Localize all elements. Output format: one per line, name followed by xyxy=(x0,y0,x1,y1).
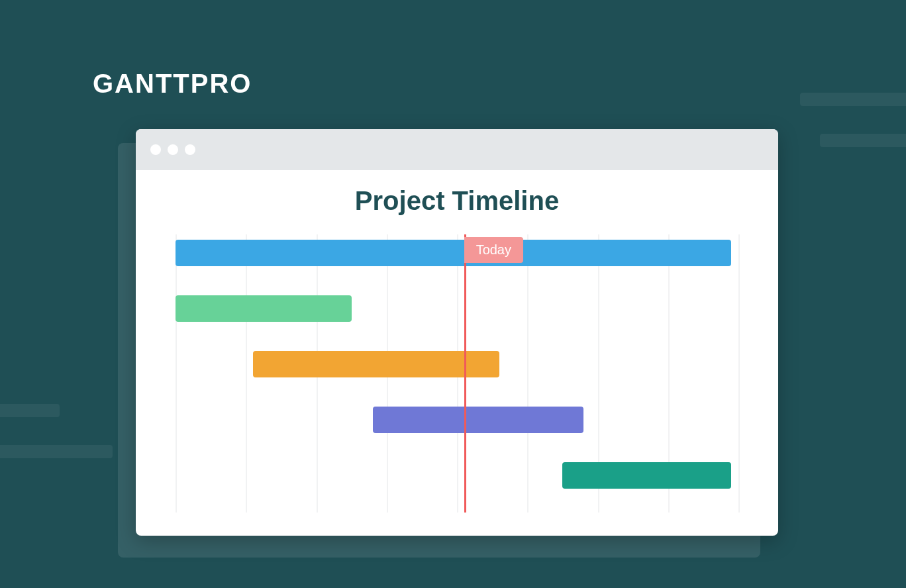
grid-line xyxy=(527,234,528,513)
gantt-bar xyxy=(562,462,731,489)
gantt-bar xyxy=(373,407,584,433)
today-flag: Today xyxy=(464,237,523,263)
grid-line xyxy=(738,234,740,513)
gantt-bar xyxy=(253,351,499,377)
window-content: Project Timeline Today xyxy=(136,170,778,536)
grid-line xyxy=(246,234,247,513)
gantt-bar xyxy=(176,295,352,322)
deco-block xyxy=(820,134,906,147)
deco-block xyxy=(800,93,906,106)
gantt-chart-area: Today xyxy=(176,234,738,513)
gantt-bar xyxy=(176,240,731,266)
deco-block xyxy=(0,445,113,458)
deco-block xyxy=(0,404,60,417)
chart-title: Project Timeline xyxy=(136,186,778,216)
window-control-dot xyxy=(150,144,161,155)
window-titlebar xyxy=(136,129,778,170)
app-window: Project Timeline Today xyxy=(136,129,778,536)
grid-line xyxy=(176,234,177,513)
window-control-dot xyxy=(185,144,195,155)
window-control-dot xyxy=(168,144,178,155)
brand-logo: GANTTPRO xyxy=(93,69,252,99)
today-marker-line: Today xyxy=(464,234,466,513)
